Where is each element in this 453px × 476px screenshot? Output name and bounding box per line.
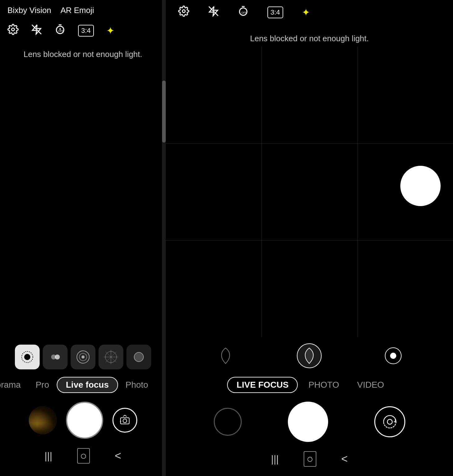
bixby-vision-button[interactable]: Bixby Vision [7, 6, 51, 15]
svg-point-11 [81, 355, 85, 359]
timer-off-icon[interactable]: OFF [55, 24, 66, 37]
left-action-row: ⟳ [0, 395, 166, 442]
left-mode-row: Panorama Pro Live focus Photo Video [0, 374, 166, 395]
right-nav-back-icon[interactable]: < [341, 452, 348, 465]
right-action-row [166, 395, 453, 445]
right-panel: OFF 3:4 ✦ Lens blocked or not enough lig… [166, 0, 453, 476]
svg-point-5 [24, 354, 30, 360]
right-timer-off-icon[interactable]: OFF [238, 6, 249, 19]
mode-pro[interactable]: Pro [28, 377, 57, 392]
svg-point-28 [387, 419, 392, 424]
nav-home-icon[interactable]: ○ [77, 448, 90, 464]
left-bottom-controls: Panorama Pro Live focus Photo Video ⟳ [0, 335, 166, 476]
right-bokeh-leaf-icon[interactable] [215, 345, 236, 367]
right-nav-bar: ||| ○ < [166, 445, 453, 476]
right-bokeh-circle-shutter-icon[interactable] [382, 345, 404, 367]
nav-back-icon[interactable]: < [115, 449, 121, 462]
divider-thumb [162, 81, 166, 143]
right-mode-live-focus[interactable]: LIVE FOCUS [227, 377, 298, 393]
bokeh-rays-icon[interactable] [99, 345, 123, 369]
focus-circle [400, 166, 441, 206]
mode-panorama[interactable]: Panorama [0, 377, 28, 392]
right-flash-off-icon[interactable] [208, 6, 219, 19]
right-nav-menu-icon[interactable]: ||| [271, 453, 279, 465]
left-icon-row: OFF 3:4 ✦ [0, 21, 166, 40]
lens-blocked-msg: Lens blocked or not enough light. [0, 40, 166, 62]
left-nav-bar: ||| ○ < [0, 442, 166, 473]
flash-off-icon[interactable] [31, 24, 42, 37]
right-shutter-button[interactable] [288, 402, 328, 442]
right-sparkle-icon[interactable]: ✦ [302, 7, 310, 18]
bokeh-style-row [0, 342, 166, 374]
ar-emoji-button[interactable]: AR Emoji [60, 6, 94, 15]
left-top-bar: Bixby Vision AR Emoji [0, 0, 166, 21]
right-nav-home-icon[interactable]: ○ [304, 451, 317, 467]
gallery-thumbnail[interactable] [29, 406, 57, 434]
svg-point-17 [134, 352, 143, 362]
right-mode-photo[interactable]: PHOTO [301, 377, 346, 392]
panel-divider [162, 0, 166, 476]
bokeh-blur-icon[interactable] [15, 345, 40, 369]
right-bokeh-row [166, 337, 453, 374]
svg-text:OFF: OFF [58, 29, 64, 33]
svg-point-8 [55, 355, 60, 359]
ratio-icon[interactable]: 3:4 [78, 25, 94, 37]
mode-photo[interactable]: Photo [118, 377, 156, 392]
svg-text:⟳: ⟳ [120, 421, 121, 422]
svg-point-0 [12, 28, 15, 31]
svg-point-19 [123, 419, 127, 423]
right-ratio-icon[interactable]: 3:4 [267, 7, 283, 18]
svg-point-27 [390, 353, 396, 359]
svg-point-21 [183, 10, 185, 13]
right-icon-row: OFF 3:4 ✦ [166, 0, 453, 24]
right-mode-row: LIVE FOCUS PHOTO VIDEO [166, 374, 453, 395]
left-panel: Bixby Vision AR Emoji OFF [0, 0, 166, 476]
bokeh-stage-icon[interactable] [43, 345, 68, 369]
right-lens-blocked-msg: Lens blocked or not enough light. [166, 24, 453, 46]
right-bottom-controls: LIVE FOCUS PHOTO VIDEO ||| ○ [166, 337, 453, 476]
shutter-button[interactable] [66, 402, 103, 439]
right-mode-video[interactable]: VIDEO [350, 377, 391, 392]
right-settings-icon[interactable] [178, 6, 189, 19]
bokeh-extra-icon[interactable] [126, 345, 151, 369]
right-bokeh-leaf-active-icon[interactable] [297, 343, 322, 368]
camera-switch-button[interactable]: ⟳ [112, 408, 137, 433]
bokeh-circle-icon[interactable] [71, 345, 95, 369]
right-gallery-btn[interactable] [214, 408, 242, 436]
nav-menu-icon[interactable]: ||| [45, 450, 52, 462]
settings-icon[interactable] [7, 24, 19, 37]
mode-live-focus[interactable]: Live focus [57, 377, 118, 393]
sparkle-icon[interactable]: ✦ [106, 25, 115, 37]
svg-text:OFF: OFF [241, 11, 247, 14]
right-camera-flip-button[interactable] [374, 406, 405, 437]
left-viewfinder[interactable] [0, 62, 166, 335]
right-viewfinder[interactable] [166, 46, 453, 337]
